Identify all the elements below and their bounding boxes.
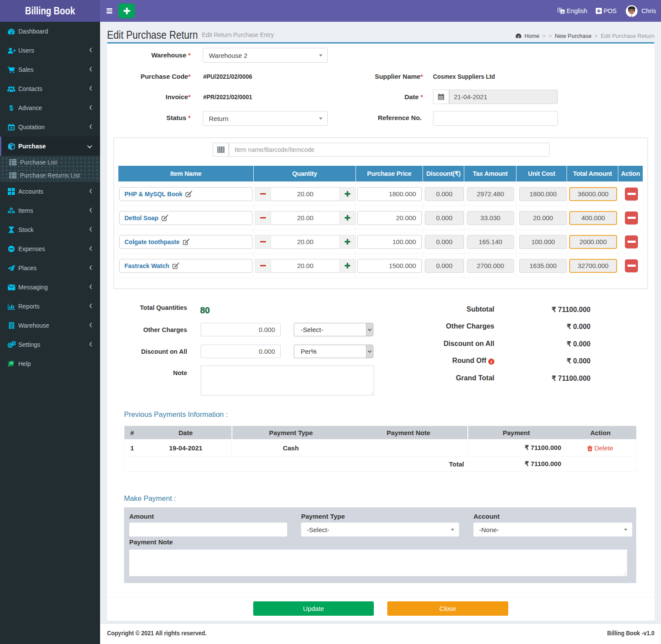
svg-text:A: A [561, 10, 564, 14]
svg-text:$: $ [10, 104, 13, 112]
